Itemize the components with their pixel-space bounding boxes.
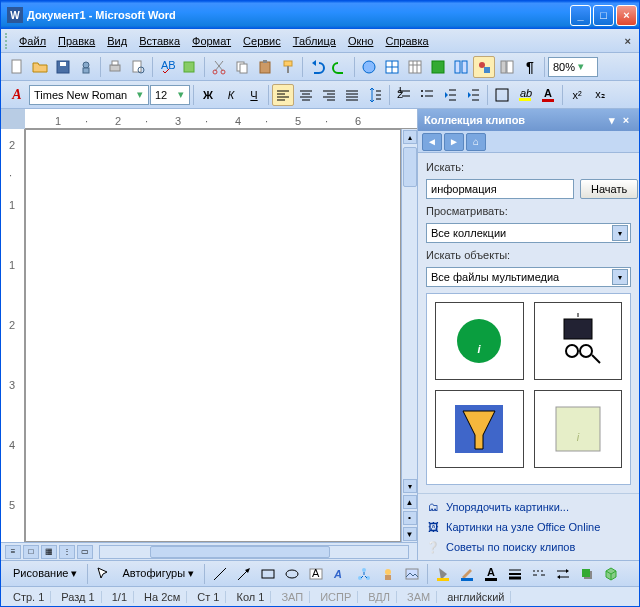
align-justify-icon[interactable] bbox=[341, 84, 363, 106]
font-combo[interactable]: Times New Roman▾ bbox=[29, 85, 149, 105]
search-input[interactable] bbox=[426, 179, 574, 199]
rectangle-icon[interactable] bbox=[257, 563, 279, 585]
arrow-style-icon[interactable] bbox=[552, 563, 574, 585]
menu-help[interactable]: Справка bbox=[379, 33, 434, 49]
horizontal-ruler[interactable]: 1·2 ·3· 4·5 ·6 bbox=[25, 109, 417, 129]
new-document-icon[interactable] bbox=[6, 56, 28, 78]
text-color-icon[interactable]: A bbox=[480, 563, 502, 585]
excel-icon[interactable] bbox=[427, 56, 449, 78]
clipart-result-2[interactable] bbox=[534, 302, 623, 380]
picture-icon[interactable] bbox=[401, 563, 423, 585]
vertical-ruler[interactable]: 2·1 123 45 bbox=[1, 129, 25, 542]
status-lang[interactable]: английский bbox=[441, 591, 511, 603]
line-icon[interactable] bbox=[209, 563, 231, 585]
textbox-icon[interactable]: A bbox=[305, 563, 327, 585]
menu-window[interactable]: Окно bbox=[342, 33, 380, 49]
taskpane-close-button[interactable]: × bbox=[619, 114, 633, 126]
clipart-result-3[interactable] bbox=[435, 390, 524, 468]
style-button[interactable]: A bbox=[6, 84, 28, 106]
bulleted-list-icon[interactable] bbox=[416, 84, 438, 106]
font-size-combo[interactable]: 12▾ bbox=[150, 85, 190, 105]
insert-table-icon[interactable] bbox=[404, 56, 426, 78]
menu-tools[interactable]: Сервис bbox=[237, 33, 287, 49]
scroll-down-button[interactable]: ▾ bbox=[403, 479, 417, 493]
close-button[interactable]: × bbox=[616, 5, 637, 26]
menu-view[interactable]: Вид bbox=[101, 33, 133, 49]
align-right-icon[interactable] bbox=[318, 84, 340, 106]
web-layout-view-icon[interactable]: □ bbox=[23, 545, 39, 559]
taskpane-menu-button[interactable]: ▾ bbox=[605, 114, 619, 127]
document-page[interactable] bbox=[25, 129, 401, 542]
scroll-up-button[interactable]: ▴ bbox=[403, 130, 417, 144]
zoom-combo[interactable]: 80%▾ bbox=[548, 57, 598, 77]
superscript-icon[interactable]: x² bbox=[566, 84, 588, 106]
tables-borders-icon[interactable] bbox=[381, 56, 403, 78]
menu-edit[interactable]: Правка bbox=[52, 33, 101, 49]
numbered-list-icon[interactable]: 12 bbox=[393, 84, 415, 106]
fill-color-icon[interactable] bbox=[432, 563, 454, 585]
link-tips[interactable]: ❔Советы по поиску клипов bbox=[426, 540, 631, 554]
vertical-scrollbar[interactable]: ▴ ▾ ▲ ∘ ▼ bbox=[401, 129, 417, 542]
show-formatting-icon[interactable]: ¶ bbox=[519, 56, 541, 78]
search-button[interactable]: Начать bbox=[580, 179, 638, 199]
status-ovr[interactable]: ЗАМ bbox=[401, 591, 437, 603]
horizontal-scrollbar[interactable] bbox=[99, 545, 409, 559]
clipart-icon[interactable] bbox=[377, 563, 399, 585]
line-color-icon[interactable] bbox=[456, 563, 478, 585]
normal-view-icon[interactable]: ≡ bbox=[5, 545, 21, 559]
line-spacing-icon[interactable] bbox=[364, 84, 386, 106]
menu-insert[interactable]: Вставка bbox=[133, 33, 186, 49]
browse-select[interactable]: Все коллекции▾ bbox=[426, 223, 631, 243]
spelling-icon[interactable]: ABC bbox=[156, 56, 178, 78]
shadow-icon[interactable] bbox=[576, 563, 598, 585]
3d-icon[interactable] bbox=[600, 563, 622, 585]
open-icon[interactable] bbox=[29, 56, 51, 78]
research-icon[interactable] bbox=[179, 56, 201, 78]
paste-icon[interactable] bbox=[254, 56, 276, 78]
line-style-icon[interactable] bbox=[504, 563, 526, 585]
maximize-button[interactable]: □ bbox=[593, 5, 614, 26]
document-map-icon[interactable] bbox=[496, 56, 518, 78]
arrow-icon[interactable] bbox=[233, 563, 255, 585]
increase-indent-icon[interactable] bbox=[462, 84, 484, 106]
diagram-icon[interactable] bbox=[353, 563, 375, 585]
next-page-button[interactable]: ▼ bbox=[403, 527, 417, 541]
reading-view-icon[interactable]: ▭ bbox=[77, 545, 93, 559]
permissions-icon[interactable] bbox=[75, 56, 97, 78]
toolbar-grip[interactable] bbox=[5, 33, 9, 49]
oval-icon[interactable] bbox=[281, 563, 303, 585]
save-icon[interactable] bbox=[52, 56, 74, 78]
clipart-result-4[interactable]: i bbox=[534, 390, 623, 468]
hscroll-thumb[interactable] bbox=[150, 546, 330, 558]
underline-button[interactable]: Ч bbox=[243, 84, 265, 106]
align-center-icon[interactable] bbox=[295, 84, 317, 106]
columns-icon[interactable] bbox=[450, 56, 472, 78]
menu-file[interactable]: Файл bbox=[13, 33, 52, 49]
format-painter-icon[interactable] bbox=[277, 56, 299, 78]
print-preview-icon[interactable] bbox=[127, 56, 149, 78]
redo-icon[interactable] bbox=[329, 56, 351, 78]
autoshapes-menu[interactable]: Автофигуры ▾ bbox=[116, 565, 200, 582]
subscript-icon[interactable]: x₂ bbox=[589, 84, 611, 106]
borders-icon[interactable] bbox=[491, 84, 513, 106]
select-browse-button[interactable]: ∘ bbox=[403, 511, 417, 525]
close-document-button[interactable]: × bbox=[621, 35, 635, 47]
nav-back-icon[interactable]: ◄ bbox=[422, 133, 442, 151]
menu-table[interactable]: Таблица bbox=[287, 33, 342, 49]
undo-icon[interactable] bbox=[306, 56, 328, 78]
link-office-online[interactable]: 🖼Картинки на узле Office Online bbox=[426, 520, 631, 534]
dash-style-icon[interactable] bbox=[528, 563, 550, 585]
outline-view-icon[interactable]: ⋮ bbox=[59, 545, 75, 559]
status-rec[interactable]: ЗАП bbox=[275, 591, 310, 603]
print-icon[interactable] bbox=[104, 56, 126, 78]
italic-button[interactable]: К bbox=[220, 84, 242, 106]
font-color-icon[interactable]: A bbox=[537, 84, 559, 106]
decrease-indent-icon[interactable] bbox=[439, 84, 461, 106]
clipart-result-1[interactable]: i bbox=[435, 302, 524, 380]
drawing-menu[interactable]: Рисование ▾ bbox=[7, 565, 83, 582]
menu-format[interactable]: Формат bbox=[186, 33, 237, 49]
status-ext[interactable]: ВДЛ bbox=[362, 591, 397, 603]
wordart-icon[interactable]: A bbox=[329, 563, 351, 585]
align-left-icon[interactable] bbox=[272, 84, 294, 106]
bold-button[interactable]: Ж bbox=[197, 84, 219, 106]
